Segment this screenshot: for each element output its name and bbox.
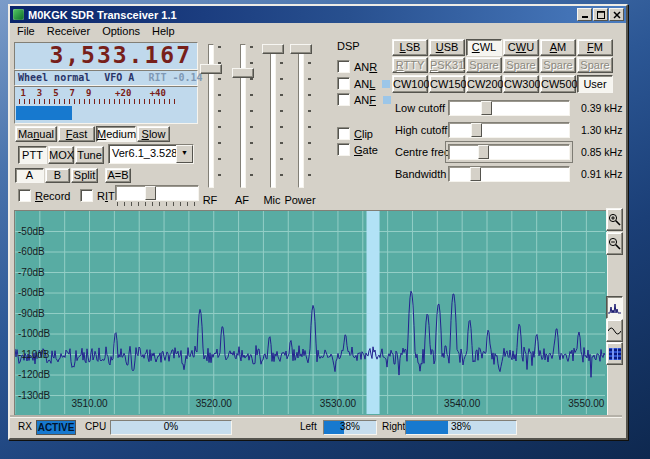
mode-button-fm[interactable]: FM bbox=[577, 39, 613, 56]
vfo-a-button[interactable]: A bbox=[15, 168, 44, 183]
rit-slider-thumb[interactable] bbox=[145, 186, 156, 200]
slider-groove bbox=[270, 44, 276, 188]
s-meter-scale-label: 3 bbox=[37, 88, 42, 98]
version-select[interactable]: Ver6.1_3.528 ▼ bbox=[108, 144, 194, 164]
cpu-progress-bar: 0% bbox=[110, 420, 232, 435]
spectrum-plot[interactable]: -50dB-60dB-70dB-80dB-90dB-100dB-110dB-12… bbox=[15, 211, 605, 414]
db-axis-label: -100dB bbox=[18, 328, 50, 339]
s-meter-scale-label: 7 bbox=[70, 88, 75, 98]
db-axis-label: -130dB bbox=[18, 390, 50, 401]
sine-wave-icon bbox=[608, 326, 621, 336]
filter-slider-low-cutoff[interactable] bbox=[448, 100, 570, 116]
dsp-checkbox-box[interactable] bbox=[337, 60, 350, 73]
filter-slider-centre-freq[interactable] bbox=[448, 144, 570, 160]
dsp-checkbox-box[interactable] bbox=[337, 127, 350, 140]
filter-slider-thumb[interactable] bbox=[471, 123, 482, 137]
main-content: 3,533.167 Wheel normal VFO A RIT -0.14 1… bbox=[10, 38, 626, 434]
filter-label: High cutoff bbox=[395, 124, 447, 136]
slider-thumb[interactable] bbox=[290, 44, 312, 54]
cw-filter-button-cw300[interactable]: CW300 bbox=[503, 75, 539, 93]
rit-checkbox-box[interactable] bbox=[80, 189, 93, 202]
rit-checkbox[interactable]: RIT bbox=[80, 189, 115, 202]
record-checkbox[interactable]: Record bbox=[18, 189, 70, 202]
app-icon bbox=[13, 9, 24, 20]
dsp-checkbox-anr[interactable]: ANR bbox=[337, 60, 377, 73]
cw-filter-button-cw100[interactable]: CW100 bbox=[392, 75, 428, 93]
s-meter-scale-label: 5 bbox=[53, 88, 58, 98]
slider-af[interactable]: AF bbox=[225, 38, 259, 208]
mode-button-cwl[interactable]: CWL bbox=[466, 39, 502, 56]
tuning-button-manual[interactable]: Manual bbox=[15, 126, 57, 142]
waterfall-view-button[interactable] bbox=[606, 342, 623, 365]
zoom-in-button[interactable] bbox=[606, 208, 623, 231]
dsp-checkbox-anf[interactable]: ANF bbox=[337, 93, 391, 106]
dsp-checkbox-clip[interactable]: Clip bbox=[337, 127, 373, 140]
filter-slider-high-cutoff[interactable] bbox=[448, 122, 570, 138]
mode-button-spare: Spare bbox=[577, 57, 613, 73]
dsp-checkbox-anl[interactable]: ANL bbox=[337, 77, 390, 90]
mode-button-usb[interactable]: USB bbox=[429, 39, 465, 56]
s-meter-level-bar bbox=[16, 106, 72, 120]
slider-thumb[interactable] bbox=[232, 68, 254, 78]
ptt-button[interactable]: PTT bbox=[18, 146, 47, 164]
db-axis-label: -90dB bbox=[18, 308, 45, 319]
slider-thumb[interactable] bbox=[200, 64, 222, 74]
dsp-checkbox-gate[interactable]: Gate bbox=[337, 143, 378, 156]
right-progress-text: 38% bbox=[406, 421, 516, 434]
maximize-icon bbox=[597, 11, 605, 19]
split-button[interactable]: Split bbox=[71, 168, 98, 183]
cw-filter-button-cw200[interactable]: CW200 bbox=[466, 75, 502, 93]
frequency-axis-label: 3550.00 bbox=[568, 398, 604, 409]
maximize-button[interactable] bbox=[593, 8, 608, 21]
minimize-button[interactable] bbox=[577, 8, 592, 21]
cw-filter-button-cw500[interactable]: CW500 bbox=[540, 75, 576, 93]
filter-label: Low cutoff bbox=[395, 102, 445, 114]
zoom-out-icon bbox=[608, 237, 621, 250]
zoom-out-button[interactable] bbox=[606, 232, 623, 255]
db-axis-label: -70dB bbox=[18, 267, 45, 278]
filter-slider-thumb[interactable] bbox=[470, 167, 481, 181]
mox-button[interactable]: MOX bbox=[48, 146, 74, 164]
mode-button-spare: Spare bbox=[503, 57, 539, 73]
dsp-checkbox-box[interactable] bbox=[337, 93, 350, 106]
mode-button-psk31: PSK31 bbox=[429, 57, 465, 73]
vfo-b-button[interactable]: B bbox=[45, 168, 70, 183]
filter-slider-thumb[interactable] bbox=[478, 145, 489, 159]
cw-filter-button-cw150[interactable]: CW150 bbox=[429, 75, 465, 93]
slider-ticks bbox=[250, 46, 253, 186]
menu-item-options[interactable]: Options bbox=[96, 24, 146, 38]
menu-item-receiver[interactable]: Receiver bbox=[41, 24, 96, 38]
filter-slider-thumb[interactable] bbox=[481, 101, 492, 115]
filter-row-bandwidth: Bandwidth0.91 kHz bbox=[395, 166, 625, 182]
titlebar[interactable]: M0KGK SDR Transceiver 1.1 bbox=[10, 6, 626, 23]
rit-slider[interactable] bbox=[115, 185, 199, 201]
close-button[interactable] bbox=[609, 8, 624, 21]
tune-button[interactable]: Tune bbox=[75, 146, 104, 164]
dsp-checkbox-box[interactable] bbox=[337, 77, 350, 90]
s-meter-ticks bbox=[19, 99, 175, 104]
rx-label: RX bbox=[18, 421, 32, 432]
spectrum-view-button[interactable] bbox=[606, 296, 623, 319]
mode-button-lsb[interactable]: LSB bbox=[392, 39, 428, 56]
menu-item-file[interactable]: File bbox=[11, 24, 41, 38]
dsp-checkbox-box[interactable] bbox=[337, 143, 350, 156]
minimize-icon bbox=[581, 11, 589, 18]
chevron-down-icon[interactable]: ▼ bbox=[176, 145, 193, 163]
tuning-button-fast[interactable]: Fast bbox=[58, 126, 95, 142]
menu-item-help[interactable]: Help bbox=[146, 24, 181, 38]
scope-view-button[interactable] bbox=[606, 319, 623, 342]
tuning-button-medium[interactable]: Medium bbox=[96, 126, 136, 142]
mode-button-am[interactable]: AM bbox=[540, 39, 576, 56]
menubar: FileReceiverOptionsHelp bbox=[10, 23, 626, 38]
slider-power[interactable]: Power bbox=[283, 38, 317, 208]
spectrum-display[interactable]: -50dB-60dB-70dB-80dB-90dB-100dB-110dB-12… bbox=[14, 210, 608, 417]
cw-filter-button-user[interactable]: User bbox=[577, 75, 613, 93]
filter-slider-bandwidth[interactable] bbox=[448, 166, 570, 182]
filter-value: 1.30 kHz bbox=[581, 124, 622, 136]
slider-rf[interactable]: RF bbox=[193, 38, 227, 208]
a-equals-b-button[interactable]: A=B bbox=[105, 168, 131, 183]
slider-thumb[interactable] bbox=[262, 44, 284, 54]
mode-button-cwu[interactable]: CWU bbox=[503, 39, 539, 56]
record-checkbox-box[interactable] bbox=[18, 189, 31, 202]
tuning-button-slow[interactable]: Slow bbox=[137, 126, 170, 142]
